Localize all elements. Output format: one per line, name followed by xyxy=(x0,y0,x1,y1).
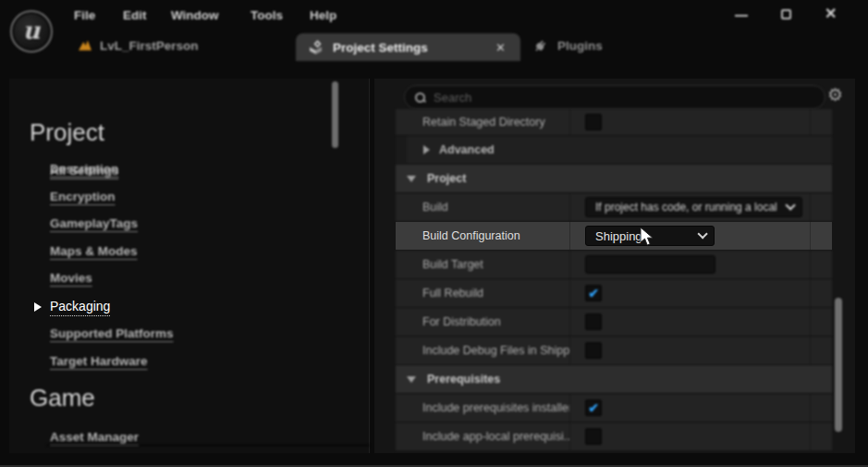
section-header-project[interactable]: Project xyxy=(396,165,832,193)
build-configuration-value: Shipping xyxy=(595,229,642,243)
collapse-arrow-icon[interactable] xyxy=(407,176,416,182)
sidebar-divider xyxy=(46,444,370,447)
sidebar-heading-project: Project xyxy=(30,118,104,147)
build-dropdown[interactable]: If project has code, or running a local xyxy=(585,197,802,217)
plugins-icon xyxy=(532,38,548,54)
sidebar-item-encryption[interactable]: Encryption xyxy=(50,190,116,203)
advanced-label: Advanced xyxy=(439,143,495,156)
row-label: Include app-local prerequisi... xyxy=(396,423,570,450)
row-include-app-local-prerequisites[interactable]: Include app-local prerequisi... xyxy=(396,423,832,451)
unreal-editor-window: u File Edit Window Tools Help ✕ LvL_Firs… xyxy=(0,0,868,467)
menu-window[interactable]: Window xyxy=(171,8,219,22)
prereq-installer-checkbox[interactable]: ✔ xyxy=(585,399,602,416)
build-target-input[interactable] xyxy=(585,255,715,274)
retain-staged-checkbox[interactable] xyxy=(585,114,602,130)
sidebar-item-maps-modes[interactable]: Maps & Modes xyxy=(50,244,138,258)
chevron-down-icon xyxy=(785,200,795,210)
chevron-down-icon xyxy=(697,228,707,239)
tab-level-lvl-firstperson[interactable]: LvL_FirstPerson xyxy=(79,37,199,54)
sidebar-item-target-hardware[interactable]: Target Hardware xyxy=(50,354,148,368)
for-distribution-checkbox[interactable] xyxy=(585,313,602,330)
section-header-prerequisites[interactable]: Prerequisites xyxy=(396,365,832,394)
row-build-target[interactable]: Build Target xyxy=(396,251,832,279)
packaging-settings-panel: ⚙ Retain Staged Directory Advanced Proje… xyxy=(374,79,855,453)
settings-gear-icon[interactable]: ⚙ xyxy=(827,84,843,105)
mouse-cursor-icon xyxy=(640,227,654,247)
maximize-button-icon[interactable] xyxy=(781,9,791,19)
row-label: For Distribution xyxy=(396,308,570,336)
build-dropdown-value: If project has code, or running a local xyxy=(595,201,777,214)
row-include-debug-files[interactable]: Include Debug Files in Shipp... xyxy=(396,337,832,365)
advanced-expand-arrow-icon[interactable] xyxy=(423,145,430,154)
row-label: Include prerequisites installer xyxy=(396,394,570,422)
sidebar-item-supported-platforms[interactable]: Supported Platforms xyxy=(50,326,174,340)
plugins-tab-label: Plugins xyxy=(557,39,603,53)
project-settings-icon xyxy=(308,40,324,55)
minimize-button-icon[interactable] xyxy=(735,15,748,17)
app-local-prereq-checkbox[interactable] xyxy=(585,428,602,445)
collapse-arrow-icon[interactable] xyxy=(407,376,416,383)
tab-plugins[interactable]: Plugins xyxy=(532,37,603,54)
row-label: Retain Staged Directory xyxy=(396,109,570,135)
sidebar-item-description[interactable]: Description xyxy=(50,162,118,176)
row-build[interactable]: Build If project has code, or running a … xyxy=(396,193,832,222)
search-bar[interactable] xyxy=(404,85,825,109)
include-debug-checkbox[interactable] xyxy=(585,342,602,359)
level-tab-label: LvL_FirstPerson xyxy=(100,39,199,53)
menu-file[interactable]: File xyxy=(74,8,95,22)
project-settings-tab-label: Project Settings xyxy=(333,41,428,55)
row-retain-staged-directory[interactable]: Retain Staged Directory xyxy=(396,109,832,136)
row-label: Build Target xyxy=(396,251,570,278)
level-icon xyxy=(79,41,92,51)
window-controls: ✕ xyxy=(735,7,855,26)
close-window-icon[interactable]: ✕ xyxy=(825,5,837,22)
sidebar-item-asset-manager[interactable]: Asset Manager xyxy=(50,430,139,444)
row-label: Build xyxy=(396,193,570,221)
tab-project-settings[interactable]: Project Settings ✕ xyxy=(296,33,520,61)
search-input[interactable] xyxy=(434,91,785,104)
row-label: Full Rebuild xyxy=(396,279,570,307)
row-build-configuration[interactable]: Build Configuration Shipping xyxy=(396,222,832,251)
row-for-distribution[interactable]: For Distribution xyxy=(396,308,832,337)
row-full-rebuild[interactable]: Full Rebuild ✔ xyxy=(396,279,832,308)
search-icon xyxy=(415,92,425,103)
full-rebuild-checkbox[interactable]: ✔ xyxy=(585,285,602,301)
tab-close-icon[interactable]: ✕ xyxy=(495,41,506,55)
row-include-prerequisites-installer[interactable]: Include prerequisites installer ✔ xyxy=(396,394,832,423)
sidebar-item-movies[interactable]: Movies xyxy=(50,271,92,285)
sidebar-heading-game: Game xyxy=(30,384,95,412)
row-label: Include Debug Files in Shipp... xyxy=(396,337,570,364)
main-scrollbar[interactable] xyxy=(835,298,842,432)
row-advanced-expander[interactable]: Advanced xyxy=(396,136,832,165)
packaging-selected-arrow-icon xyxy=(34,302,42,312)
section-header-label: Project xyxy=(427,172,466,185)
sidebar-item-packaging[interactable]: Packaging xyxy=(50,299,110,316)
menu-edit[interactable]: Edit xyxy=(123,8,147,22)
row-label: Build Configuration xyxy=(396,222,570,250)
menu-tools[interactable]: Tools xyxy=(251,8,283,22)
settings-sidebar: All Settings Project Description Encrypt… xyxy=(9,79,370,453)
sidebar-item-gameplaytags[interactable]: GameplayTags xyxy=(50,216,138,230)
sidebar-scrollbar[interactable] xyxy=(332,81,338,148)
unreal-logo-icon[interactable]: u xyxy=(10,10,53,53)
menu-help[interactable]: Help xyxy=(310,8,336,22)
section-header-label: Prerequisites xyxy=(427,373,500,386)
